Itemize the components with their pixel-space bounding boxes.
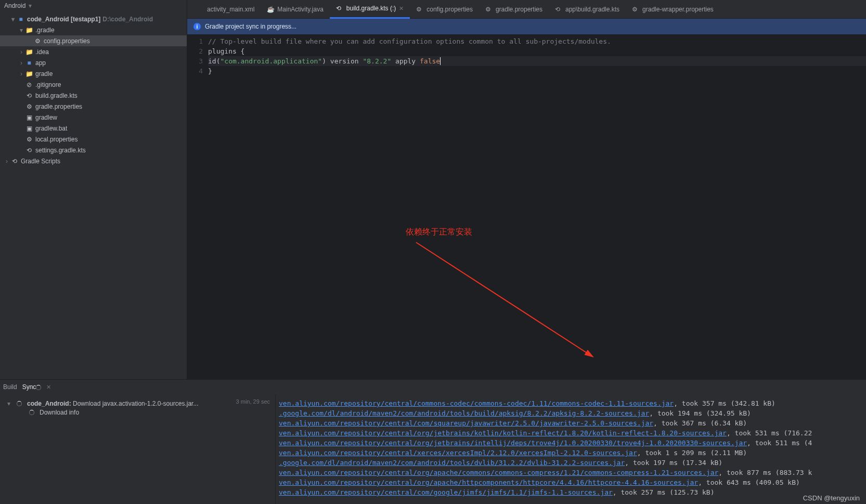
editor-tab[interactable]: activity_main.xml [190,0,261,19]
download-url-link[interactable]: ven.aliyun.com/repository/central/org/ap… [279,469,718,476]
tree-item[interactable]: ▾📁.gradle [0,24,187,35]
tab-sync[interactable]: Sync✕ [22,383,51,391]
build-console[interactable]: ven.aliyun.com/repository/central/common… [276,394,866,504]
tree-item[interactable]: ▣gradlew.bat [0,123,187,134]
folder-icon: 📁 [25,70,33,77]
code-editor[interactable]: 1 2 3 4 // Top-level build file where yo… [187,34,866,379]
console-line: ven.aliyun.com/repository/central/org/je… [279,428,863,438]
download-url-link[interactable]: ven.aliyun.com/repository/central/com/go… [279,488,613,496]
sidebar-view-selector[interactable]: Android ▾ [0,0,187,11]
gear-icon: ⚙ [416,6,423,13]
build-tree: ▾ code_Android: Download javax.activatio… [0,394,276,504]
tree-item[interactable]: ▣gradlew [0,112,187,123]
tree-item[interactable]: ⚙local.properties [0,134,187,145]
build-elapsed: 3 min, 29 sec [236,398,270,405]
download-url-link[interactable]: .google.com/dl/android/maven2/com/androi… [279,409,649,417]
tree-item[interactable]: ⟲settings.gradle.kts [0,145,187,156]
info-icon: i [193,23,201,30]
tree-item[interactable]: ›📁gradle [0,68,187,79]
build-tabbar: Build Sync✕ [0,380,866,394]
editor-tabbar: activity_main.xml☕MainActivity.java⟲buil… [187,0,866,19]
tree-item-label: local.properties [35,136,77,143]
close-icon[interactable]: ✕ [399,5,404,12]
editor-gutter: 1 2 3 4 [187,34,208,379]
download-url-link[interactable]: .google.com/dl/android/maven2/com/androi… [279,459,625,467]
tree-project-root[interactable]: ▾ ■ code_Android [testapp1] D:\code_Andr… [0,14,187,24]
tree-item[interactable]: ⟲build.gradle.kts [0,90,187,101]
console-line: ven.aliyun.com/repository/central/com/go… [279,487,863,497]
build-tool-window: Build Sync✕ ▾ code_Android: Download jav… [0,379,866,504]
watermark: CSDN @tengyuxin [803,494,860,502]
tree-item-label: build.gradle.kts [35,92,77,99]
tree-item-label: gradle.properties [35,103,82,110]
editor-tab-label: gradle.properties [496,6,542,13]
tree-item[interactable]: ⚙gradle.properties [0,101,187,112]
editor-tab-label: MainActivity.java [277,6,323,13]
editor-tab-label: app\build.gradle.kts [565,6,619,13]
console-line: .google.com/dl/android/maven2/com/androi… [279,408,863,418]
console-line: .google.com/dl/android/maven2/com/androi… [279,458,863,468]
chevron-down-icon: ▾ [18,27,25,34]
tree-item-label: Gradle Scripts [21,158,60,165]
editor-tab-label: activity_main.xml [207,6,254,13]
editor-tab[interactable]: ⚙config.properties [410,0,479,19]
gradle-sync-banner: i Gradle project sync in progress... [187,19,866,34]
spinner-icon [36,385,41,390]
editor-tab-label: gradle-wrapper.properties [642,6,714,13]
download-url-link[interactable]: ven.aliyun.com/repository/central/org/ap… [279,479,698,486]
editor-tab[interactable]: ⚙gradle.properties [479,0,549,19]
tree-project-path: D:\code_Android [102,16,153,23]
editor-tab-label: build.gradle.kts (:) [346,5,396,12]
editor-tab[interactable]: ☕MainActivity.java [261,0,329,19]
download-url-link[interactable]: ven.aliyun.com/repository/central/xerces… [279,449,637,457]
file-gradle-icon: ⟲ [25,147,33,154]
download-url-link[interactable]: ven.aliyun.com/repository/central/org/je… [279,429,727,437]
build-root-item[interactable]: ▾ code_Android: Download javax.activatio… [7,398,275,409]
folder-icon: 📁 [25,27,33,34]
file-sh-icon: ▣ [25,114,33,121]
editor-tab[interactable]: ⚙gradle-wrapper.properties [626,0,720,19]
sync-banner-text: Gradle project sync in progress... [205,23,296,30]
tree-item-label: app [35,59,46,67]
gear-icon: ⚙ [632,6,639,13]
tree-gradle-scripts[interactable]: › ⟲ Gradle Scripts [0,156,187,166]
tree-item-label: .gitignore [35,81,61,88]
editor-tab[interactable]: ⟲build.gradle.kts (:)✕ [330,0,410,19]
tree-item[interactable]: ›📁.idea [0,46,187,57]
download-url-link[interactable]: ven.aliyun.com/repository/central/com/sq… [279,419,653,427]
tree-item[interactable]: ⊘.gitignore [0,79,187,90]
file-gear-icon: ⚙ [25,103,33,110]
java-icon: ☕ [267,6,274,13]
project-tree: ▾ ■ code_Android [testapp1] D:\code_Andr… [0,11,187,166]
file-sh-icon: ▣ [25,125,33,132]
chevron-down-icon: ▾ [7,400,14,407]
build-sub-item[interactable]: Download info [7,409,275,416]
tree-item-label: gradle [35,70,53,77]
tree-item-label: .idea [35,48,49,56]
editor-tab-label: config.properties [426,6,473,13]
close-icon[interactable]: ✕ [46,384,51,390]
editor-content[interactable]: // Top-level build file where you can ad… [208,34,866,379]
console-line: ven.aliyun.com/repository/central/common… [279,398,863,408]
tree-item[interactable]: ⚙config.properties [0,35,187,46]
console-line: ven.aliyun.com/repository/central/org/je… [279,438,863,448]
tree-item-label: settings.gradle.kts [35,147,86,154]
chevron-right-icon: › [18,59,25,67]
download-url-link[interactable]: ven.aliyun.com/repository/central/org/je… [279,439,747,447]
chevron-right-icon: › [18,48,25,56]
module-icon: ■ [25,59,33,67]
file-gear-icon: ⚙ [33,37,42,45]
download-url-link[interactable]: ven.aliyun.com/repository/central/common… [279,399,674,407]
tab-build[interactable]: Build [3,383,17,391]
console-line: ven.aliyun.com/repository/central/xerces… [279,448,863,458]
console-line: ven.aliyun.com/repository/central/org/ap… [279,477,863,487]
tree-item[interactable]: ›■app [0,57,187,68]
editor-tab[interactable]: ⟲app\build.gradle.kts [549,0,626,19]
tree-item-label: .gradle [35,27,55,34]
gradle-icon: ⟲ [555,6,562,13]
file-gear-icon: ⚙ [25,136,33,143]
console-line: ven.aliyun.com/repository/central/com/sq… [279,418,863,428]
tree-item-label: gradlew [35,114,57,121]
gradle-icon: ⟲ [336,5,343,12]
module-icon: ■ [17,16,25,23]
